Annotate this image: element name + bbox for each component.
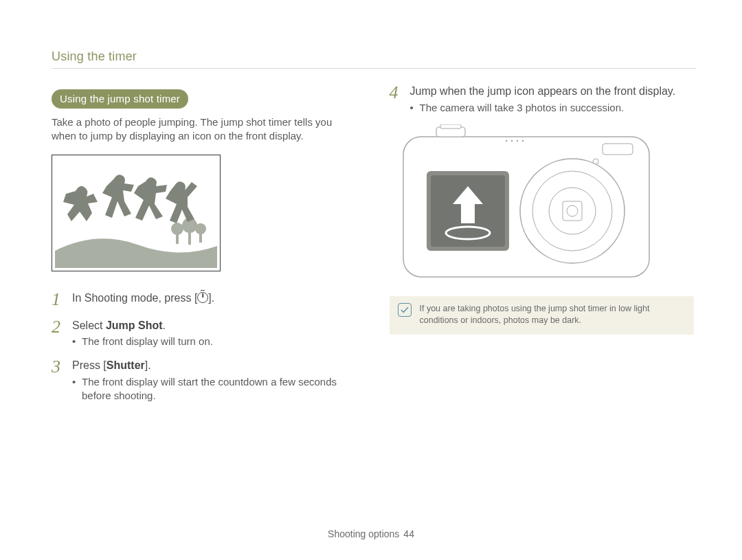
note-box: If you are taking photos using the jump …: [390, 296, 695, 335]
step-1: 1 In Shooting mode, press [].: [52, 291, 357, 309]
step-2-bullets: The front display will turn on.: [72, 335, 213, 348]
timer-icon: [197, 292, 208, 303]
page-content: Using the timer Using the jump shot time…: [52, 49, 694, 412]
header-rule: [52, 68, 696, 69]
step-3-bullets: The front display will start the countdo…: [72, 375, 357, 403]
step-2-post: .: [163, 320, 166, 331]
step-number: 2: [52, 318, 64, 349]
step-text: Jump when the jump icon appears on the f…: [410, 84, 676, 115]
step-2: 2 Select Jump Shot. The front display wi…: [52, 318, 357, 349]
svg-point-11: [510, 140, 513, 142]
step-4-bullets: The camera will take 3 photos in success…: [410, 101, 676, 115]
footer-section: Shooting options: [328, 528, 399, 539]
svg-point-13: [521, 140, 524, 142]
right-column: 4 Jump when the jump icon appears on the…: [390, 89, 695, 412]
note-text: If you are taking photos using the jump …: [420, 304, 650, 325]
step-number: 4: [390, 84, 402, 115]
svg-point-10: [505, 140, 507, 142]
left-column: Using the jump shot timer Take a photo o…: [52, 89, 357, 412]
page-footer: Shooting options44: [0, 528, 742, 539]
bullet-item: The front display will start the countdo…: [72, 375, 357, 403]
step-text: Press [Shutter]. The front display will …: [72, 358, 357, 403]
bullet-item: The camera will take 3 photos in success…: [410, 101, 676, 115]
jumping-silhouette-image: [55, 158, 217, 268]
svg-rect-9: [440, 124, 461, 128]
step-1-post: ].: [208, 292, 214, 304]
step-4-text: Jump when the jump icon appears on the f…: [410, 85, 676, 97]
section-pill: Using the jump shot timer: [52, 89, 188, 109]
step-2-bold: Jump Shot: [106, 320, 163, 331]
bullet-item: The front display will turn on.: [72, 335, 213, 348]
two-column-layout: Using the jump shot timer Take a photo o…: [52, 89, 694, 412]
svg-rect-6: [199, 229, 202, 243]
step-3-pre: Press [: [72, 359, 106, 371]
footer-page-number: 44: [403, 528, 414, 539]
step-number: 3: [52, 358, 64, 403]
camera-front-illustration: [399, 124, 653, 282]
step-1-pre: In Shooting mode, press [: [72, 292, 197, 304]
step-2-pre: Select: [72, 320, 106, 331]
page-title: Using the timer: [52, 49, 694, 64]
step-text: Select Jump Shot. The front display will…: [72, 318, 213, 349]
step-4: 4 Jump when the jump icon appears on the…: [390, 84, 695, 115]
intro-paragraph: Take a photo of people jumping. The jump…: [52, 115, 340, 144]
step-number: 1: [52, 291, 64, 309]
step-text: In Shooting mode, press [].: [72, 291, 214, 309]
svg-rect-14: [603, 144, 633, 155]
svg-rect-2: [176, 229, 179, 244]
step-3-post: ].: [145, 359, 151, 371]
svg-rect-4: [188, 225, 191, 245]
note-icon: [398, 303, 412, 317]
step-3-bold: Shutter: [106, 359, 145, 371]
steps-list-left: 1 In Shooting mode, press []. 2 Select J…: [52, 291, 357, 403]
jumping-photo-frame: [52, 155, 221, 271]
step-3: 3 Press [Shutter]. The front display wil…: [52, 358, 357, 403]
svg-point-20: [567, 205, 578, 216]
steps-list-right: 4 Jump when the jump icon appears on the…: [390, 84, 695, 115]
svg-point-12: [516, 140, 518, 142]
